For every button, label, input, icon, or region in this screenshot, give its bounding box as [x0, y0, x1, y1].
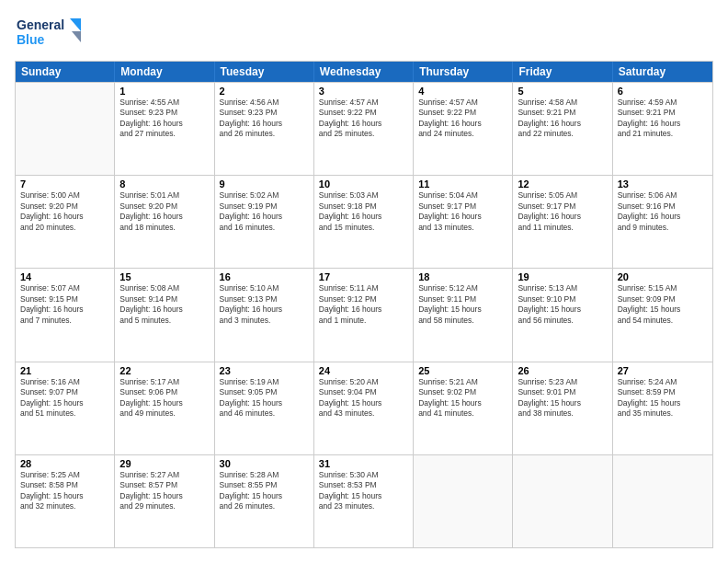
day-cell-4: 4Sunrise: 4:57 AM Sunset: 9:22 PM Daylig… [414, 83, 513, 175]
day-cell-29: 29Sunrise: 5:27 AM Sunset: 8:57 PM Dayli… [115, 455, 214, 547]
day-cell-10: 10Sunrise: 5:03 AM Sunset: 9:18 PM Dayli… [314, 176, 414, 268]
day-number: 13 [618, 178, 708, 190]
day-detail: Sunrise: 5:08 AM Sunset: 9:14 PM Dayligh… [119, 283, 209, 326]
logo: General Blue [15, 15, 88, 53]
day-cell-11: 11Sunrise: 5:04 AM Sunset: 9:17 PM Dayli… [414, 176, 513, 268]
day-cell-25: 25Sunrise: 5:21 AM Sunset: 9:02 PM Dayli… [414, 362, 513, 454]
svg-text:Blue: Blue [17, 32, 45, 47]
day-number: 12 [518, 178, 607, 190]
day-detail: Sunrise: 5:05 AM Sunset: 9:17 PM Dayligh… [518, 190, 607, 233]
day-number: 20 [618, 271, 708, 282]
day-number: 21 [20, 365, 109, 376]
day-detail: Sunrise: 4:55 AM Sunset: 9:23 PM Dayligh… [119, 98, 209, 140]
day-number: 9 [220, 178, 309, 190]
day-number: 17 [319, 271, 408, 282]
day-cell-14: 14Sunrise: 5:07 AM Sunset: 9:15 PM Dayli… [16, 269, 115, 361]
header: General Blue [15, 15, 713, 53]
day-cell-18: 18Sunrise: 5:12 AM Sunset: 9:11 PM Dayli… [414, 269, 513, 361]
day-cell-9: 9Sunrise: 5:02 AM Sunset: 9:19 PM Daylig… [215, 176, 314, 268]
day-number: 26 [518, 365, 607, 376]
weekday-header-sunday: Sunday [16, 62, 115, 82]
day-number: 10 [319, 178, 408, 190]
day-detail: Sunrise: 5:02 AM Sunset: 9:19 PM Dayligh… [220, 190, 309, 233]
day-cell-5: 5Sunrise: 4:58 AM Sunset: 9:21 PM Daylig… [513, 83, 612, 175]
day-cell-15: 15Sunrise: 5:08 AM Sunset: 9:14 PM Dayli… [115, 269, 214, 361]
svg-text:General: General [17, 17, 64, 32]
day-number: 11 [418, 178, 507, 190]
empty-cell [613, 455, 712, 547]
day-number: 15 [119, 271, 209, 282]
weekday-header-monday: Monday [115, 62, 214, 82]
weekday-header-thursday: Thursday [414, 62, 513, 82]
day-cell-24: 24Sunrise: 5:20 AM Sunset: 9:04 PM Dayli… [314, 362, 414, 454]
calendar: SundayMondayTuesdayWednesdayThursdayFrid… [15, 61, 713, 548]
day-cell-17: 17Sunrise: 5:11 AM Sunset: 9:12 PM Dayli… [314, 269, 414, 361]
calendar-week-2: 7Sunrise: 5:00 AM Sunset: 9:20 PM Daylig… [16, 175, 712, 268]
day-detail: Sunrise: 5:23 AM Sunset: 9:01 PM Dayligh… [518, 377, 607, 419]
day-cell-31: 31Sunrise: 5:30 AM Sunset: 8:53 PM Dayli… [314, 455, 414, 547]
day-number: 31 [319, 458, 408, 469]
day-detail: Sunrise: 5:30 AM Sunset: 8:53 PM Dayligh… [319, 470, 408, 512]
day-number: 14 [20, 271, 109, 282]
day-cell-16: 16Sunrise: 5:10 AM Sunset: 9:13 PM Dayli… [215, 269, 314, 361]
day-detail: Sunrise: 5:16 AM Sunset: 9:07 PM Dayligh… [20, 377, 109, 419]
day-detail: Sunrise: 5:13 AM Sunset: 9:10 PM Dayligh… [518, 283, 607, 326]
day-number: 4 [418, 86, 507, 97]
day-number: 19 [518, 271, 607, 282]
day-number: 25 [418, 365, 507, 376]
weekday-header-wednesday: Wednesday [314, 62, 414, 82]
day-cell-23: 23Sunrise: 5:19 AM Sunset: 9:05 PM Dayli… [215, 362, 314, 454]
day-number: 29 [119, 458, 209, 469]
weekday-header-friday: Friday [513, 62, 612, 82]
day-cell-26: 26Sunrise: 5:23 AM Sunset: 9:01 PM Dayli… [513, 362, 612, 454]
day-detail: Sunrise: 4:56 AM Sunset: 9:23 PM Dayligh… [220, 98, 309, 140]
svg-marker-3 [72, 31, 81, 42]
day-number: 2 [220, 86, 309, 97]
day-detail: Sunrise: 5:07 AM Sunset: 9:15 PM Dayligh… [20, 283, 109, 326]
day-detail: Sunrise: 5:25 AM Sunset: 8:58 PM Dayligh… [20, 470, 109, 512]
day-number: 18 [418, 271, 507, 282]
day-detail: Sunrise: 5:10 AM Sunset: 9:13 PM Dayligh… [220, 283, 309, 326]
day-cell-6: 6Sunrise: 4:59 AM Sunset: 9:21 PM Daylig… [613, 83, 712, 175]
day-detail: Sunrise: 5:12 AM Sunset: 9:11 PM Dayligh… [418, 283, 507, 326]
day-number: 27 [618, 365, 708, 376]
day-cell-7: 7Sunrise: 5:00 AM Sunset: 9:20 PM Daylig… [16, 176, 115, 268]
day-cell-12: 12Sunrise: 5:05 AM Sunset: 9:17 PM Dayli… [513, 176, 612, 268]
day-detail: Sunrise: 5:19 AM Sunset: 9:05 PM Dayligh… [220, 377, 309, 419]
day-cell-22: 22Sunrise: 5:17 AM Sunset: 9:06 PM Dayli… [115, 362, 214, 454]
day-number: 8 [119, 178, 209, 190]
day-number: 24 [319, 365, 408, 376]
calendar-week-4: 21Sunrise: 5:16 AM Sunset: 9:07 PM Dayli… [16, 362, 712, 454]
day-detail: Sunrise: 5:06 AM Sunset: 9:16 PM Dayligh… [618, 190, 708, 233]
empty-cell [513, 455, 612, 547]
day-cell-27: 27Sunrise: 5:24 AM Sunset: 8:59 PM Dayli… [613, 362, 712, 454]
weekday-header-saturday: Saturday [613, 62, 712, 82]
calendar-week-1: 1Sunrise: 4:55 AM Sunset: 9:23 PM Daylig… [16, 82, 712, 175]
day-number: 1 [119, 86, 209, 97]
day-detail: Sunrise: 5:15 AM Sunset: 9:09 PM Dayligh… [618, 283, 708, 326]
day-number: 5 [518, 86, 607, 97]
day-cell-13: 13Sunrise: 5:06 AM Sunset: 9:16 PM Dayli… [613, 176, 712, 268]
calendar-week-3: 14Sunrise: 5:07 AM Sunset: 9:15 PM Dayli… [16, 268, 712, 361]
day-number: 28 [20, 458, 109, 469]
day-detail: Sunrise: 5:00 AM Sunset: 9:20 PM Dayligh… [20, 190, 109, 233]
day-detail: Sunrise: 4:57 AM Sunset: 9:22 PM Dayligh… [319, 98, 408, 140]
page: General Blue SundayMondayTuesdayWednesda… [0, 0, 728, 563]
empty-cell [16, 83, 115, 175]
day-cell-20: 20Sunrise: 5:15 AM Sunset: 9:09 PM Dayli… [613, 269, 712, 361]
day-detail: Sunrise: 5:20 AM Sunset: 9:04 PM Dayligh… [319, 377, 408, 419]
empty-cell [414, 455, 513, 547]
day-detail: Sunrise: 4:58 AM Sunset: 9:21 PM Dayligh… [518, 98, 607, 140]
day-detail: Sunrise: 5:17 AM Sunset: 9:06 PM Dayligh… [119, 377, 209, 419]
day-detail: Sunrise: 4:57 AM Sunset: 9:22 PM Dayligh… [418, 98, 507, 140]
day-detail: Sunrise: 5:28 AM Sunset: 8:55 PM Dayligh… [220, 470, 309, 512]
day-number: 23 [220, 365, 309, 376]
day-cell-3: 3Sunrise: 4:57 AM Sunset: 9:22 PM Daylig… [314, 83, 414, 175]
day-number: 7 [20, 178, 109, 190]
day-detail: Sunrise: 5:01 AM Sunset: 9:20 PM Dayligh… [119, 190, 209, 233]
logo-svg: General Blue [15, 15, 88, 53]
svg-marker-2 [70, 18, 81, 31]
day-number: 16 [220, 271, 309, 282]
day-number: 22 [119, 365, 209, 376]
day-detail: Sunrise: 5:27 AM Sunset: 8:57 PM Dayligh… [119, 470, 209, 512]
